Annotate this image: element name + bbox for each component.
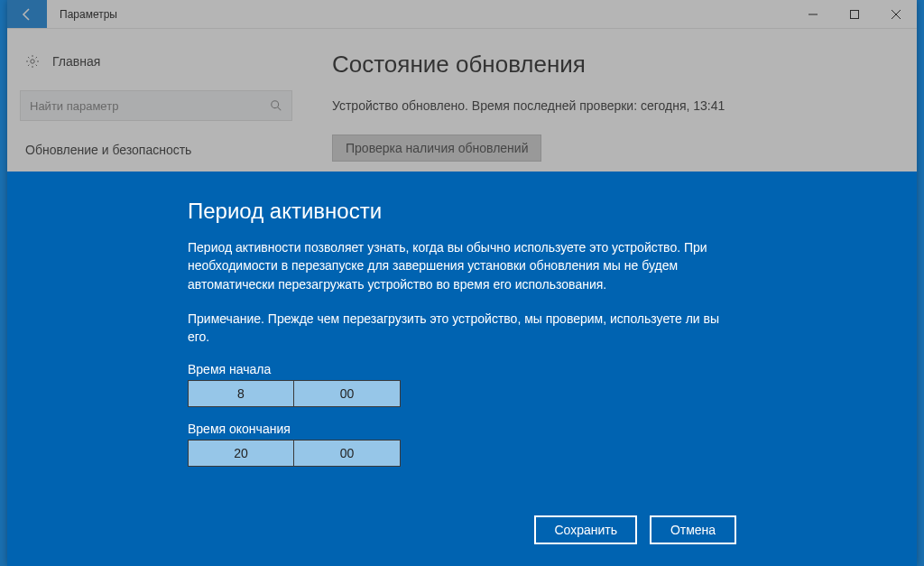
- save-button[interactable]: Сохранить: [534, 515, 637, 544]
- start-hour-cell[interactable]: 8: [188, 380, 294, 407]
- end-hour-cell[interactable]: 20: [188, 440, 294, 467]
- active-hours-dialog: Период активности Период активности позв…: [7, 172, 917, 566]
- start-time-picker[interactable]: 8 00: [188, 380, 736, 407]
- dialog-button-row: Сохранить Отмена: [534, 515, 736, 544]
- end-minute-cell[interactable]: 00: [294, 440, 401, 467]
- cancel-button[interactable]: Отмена: [650, 515, 736, 544]
- dialog-title: Период активности: [188, 199, 736, 224]
- start-minute-cell[interactable]: 00: [294, 380, 401, 407]
- end-time-picker[interactable]: 20 00: [188, 440, 736, 467]
- start-time-label: Время начала: [188, 362, 736, 376]
- dialog-description: Период активности позволяет узнать, когд…: [188, 238, 736, 293]
- settings-window: Параметры Главная: [7, 0, 917, 566]
- dialog-note: Примечание. Прежде чем перезагрузить это…: [188, 310, 736, 347]
- end-time-label: Время окончания: [188, 422, 736, 436]
